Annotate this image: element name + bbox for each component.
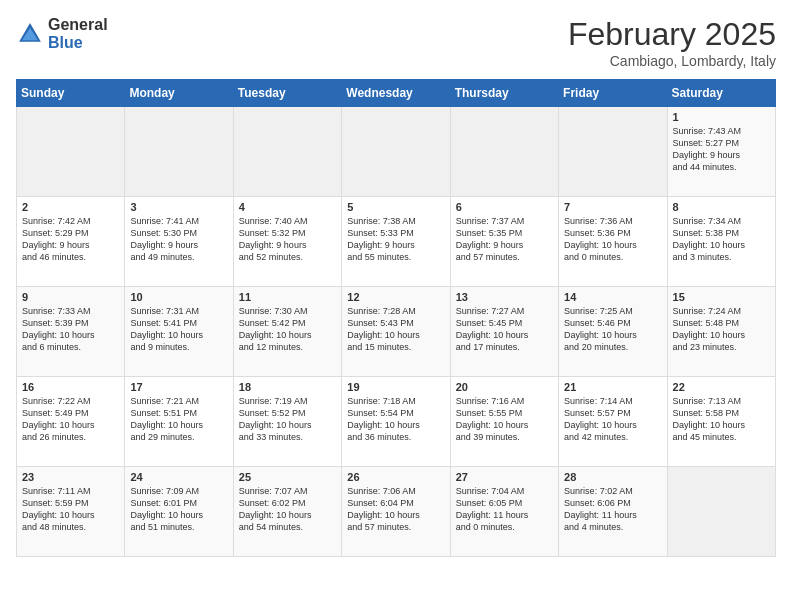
day-info: Sunrise: 7:19 AM Sunset: 5:52 PM Dayligh… (239, 395, 336, 444)
col-header-saturday: Saturday (667, 80, 775, 107)
day-number: 26 (347, 471, 444, 483)
calendar-cell: 24Sunrise: 7:09 AM Sunset: 6:01 PM Dayli… (125, 467, 233, 557)
calendar-cell (233, 107, 341, 197)
day-number: 19 (347, 381, 444, 393)
day-number: 13 (456, 291, 553, 303)
logo: General Blue (16, 16, 108, 51)
calendar-cell: 17Sunrise: 7:21 AM Sunset: 5:51 PM Dayli… (125, 377, 233, 467)
calendar-cell: 23Sunrise: 7:11 AM Sunset: 5:59 PM Dayli… (17, 467, 125, 557)
day-number: 9 (22, 291, 119, 303)
day-info: Sunrise: 7:06 AM Sunset: 6:04 PM Dayligh… (347, 485, 444, 534)
calendar-cell: 7Sunrise: 7:36 AM Sunset: 5:36 PM Daylig… (559, 197, 667, 287)
calendar-cell: 8Sunrise: 7:34 AM Sunset: 5:38 PM Daylig… (667, 197, 775, 287)
calendar-cell: 4Sunrise: 7:40 AM Sunset: 5:32 PM Daylig… (233, 197, 341, 287)
month-year-title: February 2025 (568, 16, 776, 53)
logo-text-block: General Blue (48, 16, 108, 51)
col-header-thursday: Thursday (450, 80, 558, 107)
calendar-cell: 26Sunrise: 7:06 AM Sunset: 6:04 PM Dayli… (342, 467, 450, 557)
day-info: Sunrise: 7:13 AM Sunset: 5:58 PM Dayligh… (673, 395, 770, 444)
calendar-cell: 9Sunrise: 7:33 AM Sunset: 5:39 PM Daylig… (17, 287, 125, 377)
logo-blue: Blue (48, 34, 83, 51)
calendar-cell: 3Sunrise: 7:41 AM Sunset: 5:30 PM Daylig… (125, 197, 233, 287)
day-info: Sunrise: 7:25 AM Sunset: 5:46 PM Dayligh… (564, 305, 661, 354)
day-info: Sunrise: 7:31 AM Sunset: 5:41 PM Dayligh… (130, 305, 227, 354)
day-info: Sunrise: 7:07 AM Sunset: 6:02 PM Dayligh… (239, 485, 336, 534)
calendar-cell: 2Sunrise: 7:42 AM Sunset: 5:29 PM Daylig… (17, 197, 125, 287)
calendar-cell: 1Sunrise: 7:43 AM Sunset: 5:27 PM Daylig… (667, 107, 775, 197)
calendar-cell: 19Sunrise: 7:18 AM Sunset: 5:54 PM Dayli… (342, 377, 450, 467)
day-info: Sunrise: 7:41 AM Sunset: 5:30 PM Dayligh… (130, 215, 227, 264)
col-header-sunday: Sunday (17, 80, 125, 107)
calendar-week-row: 1Sunrise: 7:43 AM Sunset: 5:27 PM Daylig… (17, 107, 776, 197)
col-header-tuesday: Tuesday (233, 80, 341, 107)
calendar-cell: 13Sunrise: 7:27 AM Sunset: 5:45 PM Dayli… (450, 287, 558, 377)
day-info: Sunrise: 7:42 AM Sunset: 5:29 PM Dayligh… (22, 215, 119, 264)
day-info: Sunrise: 7:24 AM Sunset: 5:48 PM Dayligh… (673, 305, 770, 354)
day-info: Sunrise: 7:40 AM Sunset: 5:32 PM Dayligh… (239, 215, 336, 264)
day-number: 18 (239, 381, 336, 393)
day-number: 3 (130, 201, 227, 213)
day-info: Sunrise: 7:37 AM Sunset: 5:35 PM Dayligh… (456, 215, 553, 264)
calendar-cell: 10Sunrise: 7:31 AM Sunset: 5:41 PM Dayli… (125, 287, 233, 377)
day-number: 1 (673, 111, 770, 123)
day-number: 14 (564, 291, 661, 303)
calendar-cell: 15Sunrise: 7:24 AM Sunset: 5:48 PM Dayli… (667, 287, 775, 377)
day-info: Sunrise: 7:43 AM Sunset: 5:27 PM Dayligh… (673, 125, 770, 174)
day-info: Sunrise: 7:27 AM Sunset: 5:45 PM Dayligh… (456, 305, 553, 354)
day-number: 12 (347, 291, 444, 303)
day-info: Sunrise: 7:09 AM Sunset: 6:01 PM Dayligh… (130, 485, 227, 534)
calendar-cell: 5Sunrise: 7:38 AM Sunset: 5:33 PM Daylig… (342, 197, 450, 287)
day-number: 23 (22, 471, 119, 483)
day-number: 20 (456, 381, 553, 393)
day-number: 17 (130, 381, 227, 393)
calendar-header-row: SundayMondayTuesdayWednesdayThursdayFrid… (17, 80, 776, 107)
page-header: General Blue February 2025 Cambiago, Lom… (16, 16, 776, 69)
calendar-cell: 16Sunrise: 7:22 AM Sunset: 5:49 PM Dayli… (17, 377, 125, 467)
calendar-cell: 20Sunrise: 7:16 AM Sunset: 5:55 PM Dayli… (450, 377, 558, 467)
day-number: 11 (239, 291, 336, 303)
calendar-cell (342, 107, 450, 197)
day-number: 22 (673, 381, 770, 393)
day-info: Sunrise: 7:21 AM Sunset: 5:51 PM Dayligh… (130, 395, 227, 444)
calendar-cell: 6Sunrise: 7:37 AM Sunset: 5:35 PM Daylig… (450, 197, 558, 287)
day-info: Sunrise: 7:11 AM Sunset: 5:59 PM Dayligh… (22, 485, 119, 534)
col-header-monday: Monday (125, 80, 233, 107)
day-number: 25 (239, 471, 336, 483)
day-number: 5 (347, 201, 444, 213)
day-info: Sunrise: 7:16 AM Sunset: 5:55 PM Dayligh… (456, 395, 553, 444)
day-info: Sunrise: 7:04 AM Sunset: 6:05 PM Dayligh… (456, 485, 553, 534)
generalblue-logo-icon (16, 20, 44, 48)
logo-general: General (48, 16, 108, 33)
day-number: 6 (456, 201, 553, 213)
calendar-cell (450, 107, 558, 197)
day-number: 8 (673, 201, 770, 213)
calendar-week-row: 16Sunrise: 7:22 AM Sunset: 5:49 PM Dayli… (17, 377, 776, 467)
calendar-table: SundayMondayTuesdayWednesdayThursdayFrid… (16, 79, 776, 557)
day-number: 4 (239, 201, 336, 213)
day-info: Sunrise: 7:36 AM Sunset: 5:36 PM Dayligh… (564, 215, 661, 264)
day-number: 15 (673, 291, 770, 303)
calendar-cell: 18Sunrise: 7:19 AM Sunset: 5:52 PM Dayli… (233, 377, 341, 467)
day-info: Sunrise: 7:22 AM Sunset: 5:49 PM Dayligh… (22, 395, 119, 444)
day-info: Sunrise: 7:02 AM Sunset: 6:06 PM Dayligh… (564, 485, 661, 534)
day-number: 24 (130, 471, 227, 483)
calendar-title-block: February 2025 Cambiago, Lombardy, Italy (568, 16, 776, 69)
day-info: Sunrise: 7:34 AM Sunset: 5:38 PM Dayligh… (673, 215, 770, 264)
calendar-cell: 11Sunrise: 7:30 AM Sunset: 5:42 PM Dayli… (233, 287, 341, 377)
calendar-cell: 28Sunrise: 7:02 AM Sunset: 6:06 PM Dayli… (559, 467, 667, 557)
calendar-cell: 12Sunrise: 7:28 AM Sunset: 5:43 PM Dayli… (342, 287, 450, 377)
day-number: 27 (456, 471, 553, 483)
col-header-friday: Friday (559, 80, 667, 107)
col-header-wednesday: Wednesday (342, 80, 450, 107)
calendar-week-row: 2Sunrise: 7:42 AM Sunset: 5:29 PM Daylig… (17, 197, 776, 287)
location-subtitle: Cambiago, Lombardy, Italy (568, 53, 776, 69)
day-number: 21 (564, 381, 661, 393)
day-info: Sunrise: 7:30 AM Sunset: 5:42 PM Dayligh… (239, 305, 336, 354)
calendar-cell (667, 467, 775, 557)
day-info: Sunrise: 7:14 AM Sunset: 5:57 PM Dayligh… (564, 395, 661, 444)
calendar-cell: 21Sunrise: 7:14 AM Sunset: 5:57 PM Dayli… (559, 377, 667, 467)
day-info: Sunrise: 7:18 AM Sunset: 5:54 PM Dayligh… (347, 395, 444, 444)
calendar-cell (17, 107, 125, 197)
day-number: 2 (22, 201, 119, 213)
calendar-week-row: 9Sunrise: 7:33 AM Sunset: 5:39 PM Daylig… (17, 287, 776, 377)
